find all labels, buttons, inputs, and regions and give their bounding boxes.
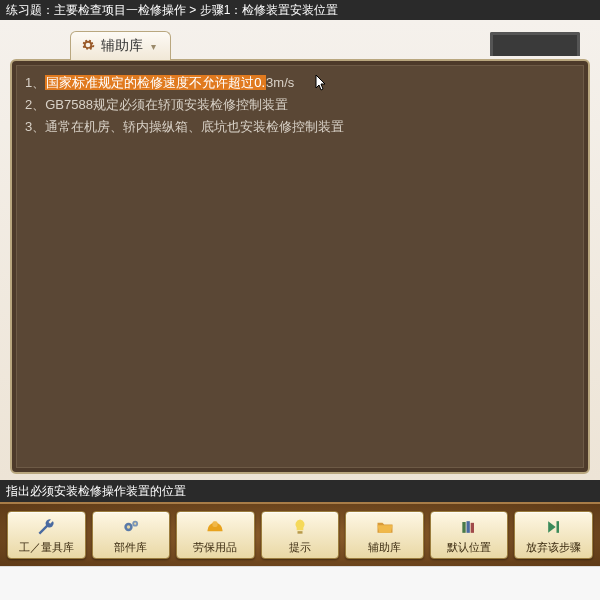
bottom-toolbar: 工／量具库 部件库 劳保用品 提示 辅助库 默认位置 放弃该步骤 bbox=[0, 502, 600, 566]
content-line-2[interactable]: 2、GB7588规定必须在轿顶安装检修控制装置 bbox=[25, 94, 575, 116]
default-position-button[interactable]: 默认位置 bbox=[430, 511, 509, 559]
svg-rect-8 bbox=[471, 522, 474, 532]
gear-icon bbox=[81, 38, 95, 55]
wrench-icon bbox=[35, 516, 57, 538]
background-monitor-prop bbox=[490, 32, 580, 56]
tools-library-button[interactable]: 工／量具库 bbox=[7, 511, 86, 559]
content-line-1[interactable]: 1、国家标准规定的检修速度不允许超过0.3m/s bbox=[25, 72, 575, 94]
instruction-bar: 指出必须安装检修操作装置的位置 bbox=[0, 480, 600, 502]
folder-icon bbox=[374, 516, 396, 538]
svg-rect-9 bbox=[556, 521, 559, 533]
instruction-text: 指出必须安装检修操作装置的位置 bbox=[6, 483, 186, 500]
svg-rect-5 bbox=[298, 531, 303, 534]
svg-point-2 bbox=[127, 525, 130, 528]
breadcrumb-text: 练习题：主要检查项目一检修操作 > 步骤1：检修装置安装位置 bbox=[6, 2, 338, 19]
ppe-button[interactable]: 劳保用品 bbox=[176, 511, 255, 559]
outer-frame-bottom bbox=[0, 566, 600, 600]
svg-rect-4 bbox=[213, 521, 218, 527]
auxiliary-library-tab[interactable]: 辅助库 ▾ bbox=[70, 31, 171, 60]
svg-rect-7 bbox=[467, 521, 470, 533]
selected-text: 国家标准规定的检修速度不允许超过0. bbox=[45, 75, 266, 90]
gears-icon bbox=[120, 516, 142, 538]
skip-icon bbox=[543, 516, 565, 538]
svg-rect-6 bbox=[463, 522, 466, 533]
content-body: 1、国家标准规定的检修速度不允许超过0.3m/s 2、GB7588规定必须在轿顶… bbox=[16, 65, 584, 468]
auxiliary-library-button[interactable]: 辅助库 bbox=[345, 511, 424, 559]
main-stage: 辅助库 ▾ 1、国家标准规定的检修速度不允许超过0.3m/s 2、GB7588规… bbox=[0, 20, 600, 480]
chevron-down-icon: ▾ bbox=[151, 41, 156, 52]
abandon-step-button[interactable]: 放弃该步骤 bbox=[514, 511, 593, 559]
content-panel: 1、国家标准规定的检修速度不允许超过0.3m/s 2、GB7588规定必须在轿顶… bbox=[10, 59, 590, 474]
breadcrumb-bar: 练习题：主要检查项目一检修操作 > 步骤1：检修装置安装位置 bbox=[0, 0, 600, 20]
tab-label: 辅助库 bbox=[101, 37, 143, 55]
parts-library-button[interactable]: 部件库 bbox=[92, 511, 171, 559]
hint-button[interactable]: 提示 bbox=[261, 511, 340, 559]
content-line-3[interactable]: 3、通常在机房、轿内操纵箱、底坑也安装检修控制装置 bbox=[25, 116, 575, 138]
hardhat-icon bbox=[204, 516, 226, 538]
books-icon bbox=[458, 516, 480, 538]
lightbulb-icon bbox=[289, 516, 311, 538]
svg-point-3 bbox=[134, 522, 136, 524]
